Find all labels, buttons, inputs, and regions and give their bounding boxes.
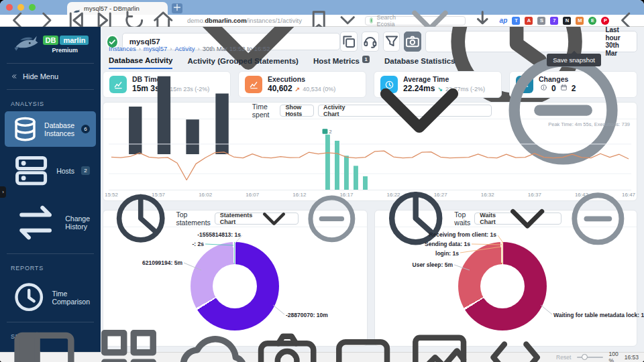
grid-icon[interactable] bbox=[90, 318, 168, 362]
extension-icon[interactable]: S bbox=[537, 17, 545, 25]
sidebar-section-label: ANALYSIS bbox=[0, 93, 101, 111]
extension-icon[interactable]: T bbox=[512, 17, 520, 25]
search-input[interactable]: Search Ecosia bbox=[365, 16, 466, 25]
cloud-icon[interactable] bbox=[174, 318, 252, 362]
divider bbox=[7, 253, 94, 254]
chevrons-left-icon bbox=[11, 73, 17, 80]
image-icon[interactable] bbox=[405, 322, 474, 362]
save-snapshot-tooltip: Save snapshot bbox=[547, 54, 601, 66]
clock-icon bbox=[11, 279, 47, 315]
zoom-level: 100 % bbox=[609, 351, 619, 362]
dbmarlin-logo: DB marlin Premium bbox=[0, 27, 101, 60]
logo-marlin-badge: marlin bbox=[60, 36, 89, 45]
extensions-row: apTAS7NMEP bbox=[499, 17, 609, 25]
extension-icon[interactable]: ap bbox=[499, 17, 507, 25]
url-domain: dbmarlin.com bbox=[205, 17, 246, 24]
main-content: mysql57 Last hour30th Mar Save snapshot … bbox=[101, 27, 644, 352]
donut-slice-label: 621099194: 5m bbox=[142, 259, 182, 266]
zoom-slider-knob[interactable] bbox=[582, 354, 588, 360]
extension-icon[interactable]: N bbox=[563, 17, 571, 25]
panel-title: Time spent bbox=[252, 103, 276, 119]
donut-slice-label: Sending data: 1s bbox=[425, 241, 470, 247]
ecosia-icon bbox=[370, 17, 374, 23]
sidebar-sections: ANALYSISDatabase Instances6Hosts2Change … bbox=[0, 93, 101, 352]
sidebar-section-label: REPORTS bbox=[0, 257, 101, 276]
count-badge: 2 bbox=[81, 166, 90, 175]
divider bbox=[7, 63, 94, 64]
browser-toolbar: demo.dbmarlin.com/instances/1/activity S… bbox=[0, 15, 644, 27]
count-badge: 6 bbox=[81, 125, 90, 133]
side-panel-icon[interactable] bbox=[5, 318, 83, 362]
browser-window: mysql57 - DBmarlin demo.dbmarlin.com/ins… bbox=[0, 0, 644, 362]
extension-icon[interactable]: E bbox=[588, 17, 596, 25]
peak-annotation: Peak Time: 4m 55s, Executions: 739 bbox=[548, 121, 630, 127]
sidebar-item-change-history[interactable]: Change History bbox=[5, 194, 96, 251]
sidebar-item-database-instances[interactable]: Database Instances6 bbox=[5, 111, 96, 147]
x-tick-label: 16:02 bbox=[199, 192, 212, 198]
donut-slice-label: -: 2s bbox=[193, 241, 204, 247]
address-bar[interactable]: demo.dbmarlin.com/instances/1/activity bbox=[182, 17, 302, 24]
divider bbox=[7, 89, 94, 90]
sidebar-item-time-comparison[interactable]: Time Comparison bbox=[5, 276, 96, 318]
donut-slice-label: login: 1s bbox=[435, 250, 459, 257]
selection-icon[interactable] bbox=[328, 322, 398, 362]
extension-icon[interactable]: A bbox=[525, 17, 533, 25]
clock-time: 16:53 bbox=[625, 354, 639, 361]
extension-icon[interactable]: P bbox=[601, 17, 609, 25]
code-arrows-icon[interactable] bbox=[480, 322, 550, 362]
hide-menu-button[interactable]: Hide Menu bbox=[0, 66, 101, 86]
donut-slice-label: Receiving from client: 1s bbox=[429, 231, 496, 238]
url-prefix: demo. bbox=[187, 17, 205, 24]
exchange-icon bbox=[11, 198, 60, 247]
logo-db-badge: DB bbox=[43, 36, 59, 45]
time-spent-chart[interactable]: 2 bbox=[109, 128, 631, 190]
waits-chart-dropdown[interactable]: Waits Chart bbox=[474, 213, 561, 225]
sidebar-collapse-notch[interactable]: › bbox=[0, 186, 6, 198]
donut-slice-label: -28870070: 10m bbox=[286, 312, 328, 318]
donut-slice-label: -1555814813: 1s bbox=[197, 231, 241, 238]
donut-slice-label: User sleep: 5m bbox=[413, 261, 453, 268]
panel-title: Top statements bbox=[176, 210, 210, 227]
extension-icon[interactable]: M bbox=[576, 17, 584, 25]
sidebar: DB marlin Premium Hide Menu ANALYSISData… bbox=[0, 27, 101, 352]
svg-text:2: 2 bbox=[329, 129, 331, 135]
reset-zoom-label[interactable]: Reset bbox=[556, 354, 571, 361]
dbmarlin-logo-fish bbox=[12, 35, 40, 54]
extension-icon[interactable]: 7 bbox=[550, 17, 558, 25]
donut-slice-label: Waiting for table metadata lock: 10m bbox=[553, 312, 644, 318]
zoom-slider[interactable] bbox=[577, 357, 602, 358]
show-hosts-button[interactable]: Show Hosts bbox=[280, 105, 314, 117]
server-icon bbox=[11, 150, 52, 191]
sidebar-item-hosts[interactable]: Hosts2 bbox=[5, 147, 96, 194]
camera-icon[interactable] bbox=[252, 322, 322, 362]
activity-chart-dropdown[interactable]: Activity Chart bbox=[318, 105, 492, 117]
statements-chart-dropdown[interactable]: Statements Chart bbox=[215, 213, 299, 225]
logo-premium-label: Premium bbox=[52, 47, 78, 54]
panel-title: Top waits bbox=[454, 210, 470, 227]
url-path: /instances/1/activity bbox=[247, 17, 302, 24]
database-icon bbox=[11, 115, 40, 143]
search-placeholder: Search Ecosia bbox=[376, 14, 396, 27]
screenshot-tool-bar: Reset 100 % 16:53 bbox=[0, 352, 644, 362]
